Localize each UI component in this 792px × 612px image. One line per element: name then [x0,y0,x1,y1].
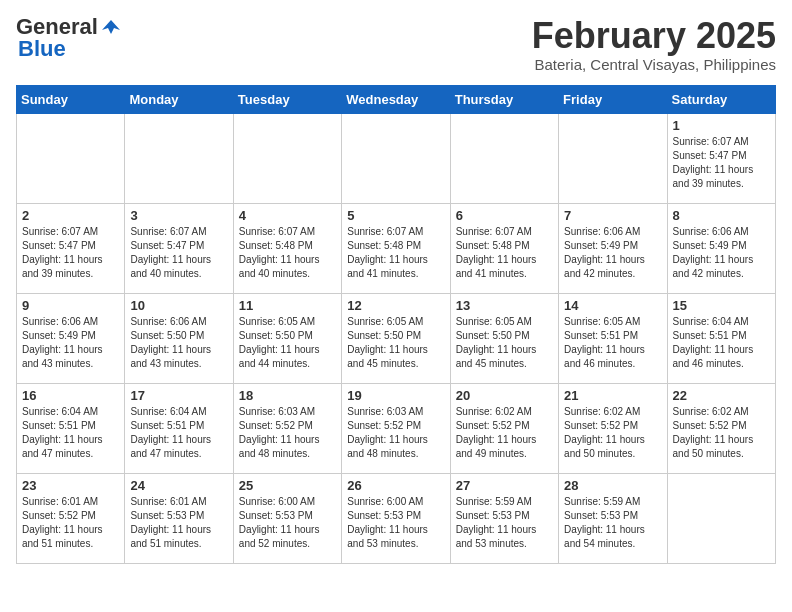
day-number: 12 [347,298,444,313]
day-number: 17 [130,388,227,403]
day-number: 3 [130,208,227,223]
calendar-cell-5-3: 25Sunrise: 6:00 AM Sunset: 5:53 PM Dayli… [233,473,341,563]
calendar-cell-3-6: 14Sunrise: 6:05 AM Sunset: 5:51 PM Dayli… [559,293,667,383]
calendar-cell-2-4: 5Sunrise: 6:07 AM Sunset: 5:48 PM Daylig… [342,203,450,293]
calendar-cell-5-6: 28Sunrise: 5:59 AM Sunset: 5:53 PM Dayli… [559,473,667,563]
day-info: Sunrise: 6:02 AM Sunset: 5:52 PM Dayligh… [564,405,661,461]
day-number: 21 [564,388,661,403]
calendar-week-row-2: 2Sunrise: 6:07 AM Sunset: 5:47 PM Daylig… [17,203,776,293]
day-number: 15 [673,298,770,313]
day-info: Sunrise: 6:03 AM Sunset: 5:52 PM Dayligh… [239,405,336,461]
calendar-cell-5-4: 26Sunrise: 6:00 AM Sunset: 5:53 PM Dayli… [342,473,450,563]
calendar-cell-2-1: 2Sunrise: 6:07 AM Sunset: 5:47 PM Daylig… [17,203,125,293]
day-info: Sunrise: 6:07 AM Sunset: 5:47 PM Dayligh… [22,225,119,281]
day-info: Sunrise: 6:04 AM Sunset: 5:51 PM Dayligh… [130,405,227,461]
calendar-week-row-1: 1Sunrise: 6:07 AM Sunset: 5:47 PM Daylig… [17,113,776,203]
calendar-cell-2-3: 4Sunrise: 6:07 AM Sunset: 5:48 PM Daylig… [233,203,341,293]
calendar-cell-1-3 [233,113,341,203]
weekday-header-thursday: Thursday [450,85,558,113]
day-info: Sunrise: 6:07 AM Sunset: 5:48 PM Dayligh… [347,225,444,281]
day-info: Sunrise: 6:02 AM Sunset: 5:52 PM Dayligh… [673,405,770,461]
day-number: 28 [564,478,661,493]
logo-general-text: General [16,16,98,38]
logo-bird-icon [100,16,122,38]
day-number: 23 [22,478,119,493]
title-section: February 2025 Bateria, Central Visayas, … [532,16,776,73]
calendar-cell-2-7: 8Sunrise: 6:06 AM Sunset: 5:49 PM Daylig… [667,203,775,293]
weekday-header-saturday: Saturday [667,85,775,113]
weekday-header-tuesday: Tuesday [233,85,341,113]
calendar-cell-2-5: 6Sunrise: 6:07 AM Sunset: 5:48 PM Daylig… [450,203,558,293]
day-number: 7 [564,208,661,223]
day-info: Sunrise: 6:02 AM Sunset: 5:52 PM Dayligh… [456,405,553,461]
weekday-header-sunday: Sunday [17,85,125,113]
calendar-cell-1-5 [450,113,558,203]
calendar-cell-1-2 [125,113,233,203]
weekday-header-friday: Friday [559,85,667,113]
calendar-cell-4-2: 17Sunrise: 6:04 AM Sunset: 5:51 PM Dayli… [125,383,233,473]
calendar-week-row-3: 9Sunrise: 6:06 AM Sunset: 5:49 PM Daylig… [17,293,776,383]
logo: General Blue [16,16,122,60]
calendar-cell-1-1 [17,113,125,203]
calendar-table: SundayMondayTuesdayWednesdayThursdayFrid… [16,85,776,564]
weekday-header-wednesday: Wednesday [342,85,450,113]
day-number: 22 [673,388,770,403]
day-info: Sunrise: 5:59 AM Sunset: 5:53 PM Dayligh… [456,495,553,551]
calendar-cell-5-5: 27Sunrise: 5:59 AM Sunset: 5:53 PM Dayli… [450,473,558,563]
calendar-week-row-5: 23Sunrise: 6:01 AM Sunset: 5:52 PM Dayli… [17,473,776,563]
day-info: Sunrise: 6:05 AM Sunset: 5:50 PM Dayligh… [456,315,553,371]
day-number: 8 [673,208,770,223]
calendar-cell-3-5: 13Sunrise: 6:05 AM Sunset: 5:50 PM Dayli… [450,293,558,383]
day-number: 9 [22,298,119,313]
calendar-cell-4-4: 19Sunrise: 6:03 AM Sunset: 5:52 PM Dayli… [342,383,450,473]
day-number: 20 [456,388,553,403]
day-number: 4 [239,208,336,223]
calendar-subtitle: Bateria, Central Visayas, Philippines [532,56,776,73]
day-number: 6 [456,208,553,223]
day-info: Sunrise: 6:00 AM Sunset: 5:53 PM Dayligh… [239,495,336,551]
day-number: 13 [456,298,553,313]
day-info: Sunrise: 6:05 AM Sunset: 5:50 PM Dayligh… [239,315,336,371]
logo-blue-text: Blue [18,38,66,60]
page-header: General Blue February 2025 Bateria, Cent… [16,16,776,73]
calendar-cell-3-1: 9Sunrise: 6:06 AM Sunset: 5:49 PM Daylig… [17,293,125,383]
day-number: 11 [239,298,336,313]
day-info: Sunrise: 6:06 AM Sunset: 5:50 PM Dayligh… [130,315,227,371]
day-info: Sunrise: 6:07 AM Sunset: 5:47 PM Dayligh… [673,135,770,191]
day-info: Sunrise: 6:01 AM Sunset: 5:52 PM Dayligh… [22,495,119,551]
day-info: Sunrise: 6:06 AM Sunset: 5:49 PM Dayligh… [22,315,119,371]
day-number: 1 [673,118,770,133]
calendar-cell-4-6: 21Sunrise: 6:02 AM Sunset: 5:52 PM Dayli… [559,383,667,473]
calendar-cell-4-7: 22Sunrise: 6:02 AM Sunset: 5:52 PM Dayli… [667,383,775,473]
day-info: Sunrise: 6:03 AM Sunset: 5:52 PM Dayligh… [347,405,444,461]
day-number: 16 [22,388,119,403]
day-number: 10 [130,298,227,313]
day-info: Sunrise: 6:07 AM Sunset: 5:47 PM Dayligh… [130,225,227,281]
day-number: 14 [564,298,661,313]
calendar-title: February 2025 [532,16,776,56]
day-number: 25 [239,478,336,493]
day-number: 18 [239,388,336,403]
calendar-cell-4-3: 18Sunrise: 6:03 AM Sunset: 5:52 PM Dayli… [233,383,341,473]
day-info: Sunrise: 6:00 AM Sunset: 5:53 PM Dayligh… [347,495,444,551]
day-info: Sunrise: 6:04 AM Sunset: 5:51 PM Dayligh… [673,315,770,371]
calendar-cell-1-7: 1Sunrise: 6:07 AM Sunset: 5:47 PM Daylig… [667,113,775,203]
day-info: Sunrise: 6:07 AM Sunset: 5:48 PM Dayligh… [239,225,336,281]
day-number: 27 [456,478,553,493]
calendar-cell-1-6 [559,113,667,203]
calendar-cell-3-4: 12Sunrise: 6:05 AM Sunset: 5:50 PM Dayli… [342,293,450,383]
calendar-cell-5-2: 24Sunrise: 6:01 AM Sunset: 5:53 PM Dayli… [125,473,233,563]
calendar-cell-4-1: 16Sunrise: 6:04 AM Sunset: 5:51 PM Dayli… [17,383,125,473]
day-number: 5 [347,208,444,223]
day-number: 24 [130,478,227,493]
weekday-header-monday: Monday [125,85,233,113]
calendar-cell-1-4 [342,113,450,203]
day-info: Sunrise: 6:01 AM Sunset: 5:53 PM Dayligh… [130,495,227,551]
day-info: Sunrise: 6:07 AM Sunset: 5:48 PM Dayligh… [456,225,553,281]
day-info: Sunrise: 6:06 AM Sunset: 5:49 PM Dayligh… [564,225,661,281]
weekday-header-row: SundayMondayTuesdayWednesdayThursdayFrid… [17,85,776,113]
calendar-cell-2-6: 7Sunrise: 6:06 AM Sunset: 5:49 PM Daylig… [559,203,667,293]
day-info: Sunrise: 6:05 AM Sunset: 5:51 PM Dayligh… [564,315,661,371]
calendar-cell-2-2: 3Sunrise: 6:07 AM Sunset: 5:47 PM Daylig… [125,203,233,293]
day-info: Sunrise: 6:04 AM Sunset: 5:51 PM Dayligh… [22,405,119,461]
